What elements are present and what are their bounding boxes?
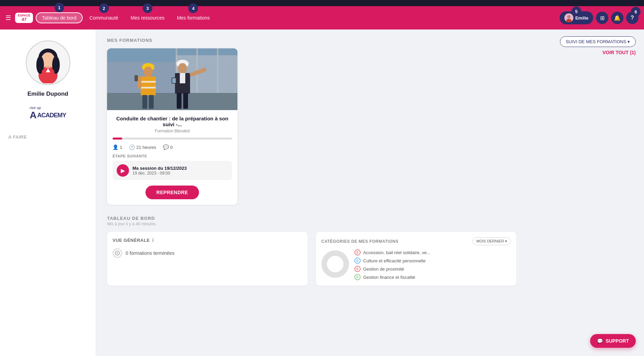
- a-faire-label: A FAIRE: [8, 134, 27, 140]
- cat-dot-1: 0: [354, 258, 361, 264]
- formation-image: [107, 48, 237, 110]
- etape-icon-wrap: ▶: [117, 164, 129, 177]
- svg-rect-18: [107, 93, 237, 110]
- avatar-circle: [26, 40, 70, 85]
- categories-card: CATÉGORIES DE MES FORMATIONS MOIS DERNIE…: [316, 232, 517, 286]
- comments-count: 0: [170, 145, 173, 150]
- etape-box: ▶ Ma session du 19/12/2023 19 déc. 2023 …: [113, 161, 232, 180]
- vue-generale-card: VUE GÉNÉRALE ℹ 0 formations terminées: [107, 232, 308, 286]
- terminee-svg: [115, 250, 120, 256]
- svg-point-38: [117, 252, 118, 254]
- formation-image-svg: [107, 48, 237, 110]
- stat-participants: 👤 1: [113, 144, 122, 150]
- pie-chart-svg: [321, 250, 349, 278]
- svg-rect-36: [183, 93, 188, 109]
- logo-text: 47: [22, 17, 26, 22]
- tableau-updated: Mis à jour il y a 46 minutes: [107, 222, 516, 226]
- support-icon: 💬: [597, 338, 603, 344]
- nav-badge-wrap-2: 2 Communauté: [84, 13, 124, 23]
- svg-rect-23: [141, 87, 156, 88]
- circle-terminee-icon: [113, 248, 122, 258]
- user-avatar-small: [564, 13, 573, 22]
- user-section: 5 Emilie: [560, 11, 593, 24]
- voir-tout-link[interactable]: VOIR TOUT (1): [536, 50, 636, 55]
- etape-video-icon: ▶: [121, 167, 125, 174]
- stat-heures: 🕐 21 heures: [129, 144, 156, 150]
- etape-label: ÉTAPE SUIVANTE: [113, 154, 232, 158]
- grid-icon-wrap: ⊞: [596, 12, 608, 24]
- etape-info: Ma session du 19/12/2023 19 déc. 2023 - …: [132, 166, 187, 176]
- mes-formations-section: MES FORMATIONS: [107, 38, 516, 205]
- svg-rect-25: [134, 75, 138, 81]
- nav-badge-wrap-4: 4 Mes formations: [172, 13, 215, 23]
- main-container: Emilie Dupond rise up A ACADEMY A FAIRE …: [0, 29, 644, 356]
- cat-dot-2: 0: [354, 266, 361, 272]
- cat-item-2: 0 Gestion de proximité: [354, 266, 431, 272]
- progress-bar: [113, 138, 232, 140]
- nav-item-mes-ressources[interactable]: Mes ressources: [125, 13, 170, 23]
- navbar-right: 5 Emilie ⊞ 🔔 6 ?: [560, 11, 639, 24]
- categories-header: CATÉGORIES DE MES FORMATIONS MOIS DERNIE…: [321, 237, 511, 245]
- nav-badge-wrap-3: 3 Mes ressources: [125, 13, 170, 23]
- cat-dot-3: 0: [354, 274, 361, 280]
- svg-rect-21: [141, 76, 156, 95]
- nav-badge-5: 5: [572, 7, 581, 16]
- participants-count: 1: [120, 145, 122, 150]
- formation-title: Conduite de chantier : de la préparation…: [113, 116, 232, 127]
- etape-title: Ma session du 19/12/2023: [132, 166, 187, 171]
- mois-dernier-button[interactable]: MOIS DERNIER ▾: [472, 237, 511, 245]
- nav-badge-6: 6: [631, 7, 641, 16]
- mes-formations-title: MES FORMATIONS: [107, 38, 516, 43]
- clock-icon: 🕐: [129, 144, 135, 150]
- support-label: SUPPORT: [606, 338, 629, 344]
- svg-rect-22: [141, 81, 156, 83]
- user-avatar-svg: [564, 13, 573, 22]
- svg-point-1: [567, 15, 571, 19]
- comment-icon: 💬: [163, 144, 169, 150]
- hamburger-icon[interactable]: ☰: [5, 14, 11, 22]
- vue-generale-info-icon[interactable]: ℹ: [152, 237, 154, 243]
- svg-point-29: [178, 63, 187, 73]
- sidebar-user-name: Emilie Dupond: [27, 91, 68, 97]
- formation-stats: 👤 1 🕐 21 heures 💬 0: [113, 144, 232, 150]
- svg-rect-27: [149, 95, 154, 109]
- user-avatar-large: [27, 42, 69, 83]
- nav-badge-3: 3: [143, 3, 152, 13]
- academy-logo: rise up A ACADEMY: [30, 106, 66, 121]
- svg-rect-34: [172, 78, 176, 83]
- formation-type: Formation Blended: [113, 129, 232, 133]
- tableau-de-bord-section: TABLEAU DE BORD Mis à jour il y a 46 min…: [107, 216, 516, 286]
- svg-rect-31: [180, 73, 185, 83]
- cat-list: 0 Accession, bail réel solidaire, ve... …: [354, 249, 431, 280]
- navbar-left: ☰ ESPACE 47 1 Tableau de bord 2 Communau…: [5, 12, 560, 23]
- nav-items: 1 Tableau de bord 2 Communauté 3 Mes res…: [36, 12, 215, 23]
- cat-label-1: Culture et efficacité personnelle: [363, 258, 426, 263]
- categories-title: CATÉGORIES DE MES FORMATIONS: [321, 239, 399, 244]
- support-button[interactable]: 💬 SUPPORT: [590, 334, 636, 348]
- svg-rect-26: [142, 95, 147, 109]
- cat-label-2: Gestion de proximité: [363, 266, 404, 272]
- cat-item-1: 0 Culture et efficacité personnelle: [354, 258, 431, 264]
- cat-dot-0: 0: [354, 249, 361, 256]
- grid-icon-btn[interactable]: ⊞: [596, 12, 608, 24]
- participants-icon: 👤: [113, 144, 118, 150]
- dashboard-row: VUE GÉNÉRALE ℹ 0 formations terminées: [107, 232, 516, 286]
- formation-card: Conduite de chantier : de la préparation…: [107, 48, 237, 205]
- svg-point-20: [144, 67, 153, 77]
- logo-box[interactable]: ESPACE 47: [15, 13, 33, 23]
- navbar: ☰ ESPACE 47 1 Tableau de bord 2 Communau…: [0, 6, 644, 29]
- suivi-button[interactable]: SUIVI DE MES FORMATIONS ▾: [560, 36, 636, 47]
- heures-count: 21 heures: [136, 145, 156, 150]
- etape-date: 19 déc. 2023 - 09:00: [132, 171, 187, 176]
- reprendre-button[interactable]: REPRENDRE: [145, 186, 199, 199]
- nav-item-tableau-de-bord[interactable]: Tableau de bord: [36, 12, 82, 23]
- right-panel: SUIVI DE MES FORMATIONS ▾ VOIR TOUT (1): [527, 29, 644, 356]
- academy-name: ACADEMY: [37, 112, 66, 119]
- bell-icon-btn[interactable]: 🔔: [611, 12, 623, 24]
- nav-item-communaute[interactable]: Communauté: [84, 13, 124, 23]
- sidebar: Emilie Dupond rise up A ACADEMY A FAIRE: [0, 29, 96, 356]
- nav-item-mes-formations[interactable]: Mes formations: [172, 13, 215, 23]
- cat-item-0: 0 Accession, bail réel solidaire, ve...: [354, 249, 431, 256]
- cat-item-3: 0 Gestion finance et fiscalité: [354, 274, 431, 280]
- pie-chart: [321, 250, 349, 279]
